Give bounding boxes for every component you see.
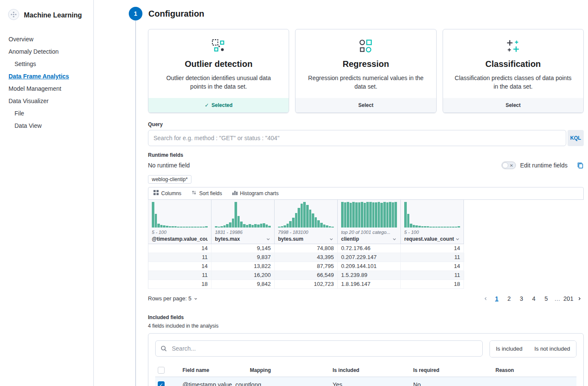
pagination-page-4[interactable]: 4 bbox=[528, 293, 539, 304]
sort-fields-button[interactable]: Sort fields bbox=[191, 190, 222, 196]
row-checkbox-cell: ✓ bbox=[155, 381, 182, 386]
grid-cell: 11 bbox=[401, 271, 464, 280]
reason-header: Reason bbox=[495, 367, 576, 373]
grid-cell: 9,145 bbox=[211, 244, 275, 253]
regression-card[interactable]: Regression Regression predicts numerical… bbox=[295, 29, 436, 113]
sidebar-item-settings[interactable]: Settings bbox=[0, 58, 93, 69]
chevron-down-icon bbox=[455, 236, 460, 242]
sidebar-item-data-view[interactable]: Data View bbox=[0, 120, 93, 131]
data-grid: 5 - 100 @timestamp.value_cou 1831 - 1998… bbox=[148, 200, 464, 289]
histogram-charts-button[interactable]: Histogram charts bbox=[232, 190, 279, 196]
column-name-button[interactable]: clientip bbox=[341, 236, 397, 242]
grid-cell: 87,795 bbox=[275, 262, 338, 271]
mapping-cell: long bbox=[250, 381, 333, 386]
grid-cell: 43,395 bbox=[275, 253, 338, 262]
pagination-page-2[interactable]: 2 bbox=[504, 293, 515, 304]
query-label: Query bbox=[148, 121, 584, 127]
query-input[interactable] bbox=[148, 130, 566, 146]
search-icon bbox=[160, 345, 167, 353]
field-name-cell: @timestamp.value_count bbox=[182, 381, 250, 386]
chevron-down-icon bbox=[329, 236, 334, 242]
columns-button-label: Columns bbox=[161, 190, 181, 196]
main-content: 1 Configuration Outlier dete bbox=[94, 0, 588, 386]
classification-card[interactable]: Classification Classification predicts c… bbox=[443, 29, 584, 113]
sidebar-item-data-visualizer[interactable]: Data Visualizer bbox=[0, 95, 93, 107]
columns-button[interactable]: Columns bbox=[154, 190, 181, 196]
card-title: Regression bbox=[306, 59, 426, 69]
outlier-detection-card[interactable]: Outlier detection Outlier detection iden… bbox=[148, 29, 289, 113]
pagination-page-3[interactable]: 3 bbox=[516, 293, 527, 304]
included-fields-panel: Is included Is not included Field name M… bbox=[148, 333, 584, 386]
outlier-detection-select-button[interactable]: ✓ Selected bbox=[148, 98, 289, 112]
sidebar-item-file[interactable]: File bbox=[0, 108, 93, 119]
columns-icon bbox=[154, 190, 159, 196]
search-input[interactable] bbox=[155, 340, 483, 357]
sidebar-item-data-frame-analytics[interactable]: Data Frame Analytics bbox=[0, 71, 93, 82]
card-footer-label: Select bbox=[358, 102, 373, 108]
sidebar-nav: Overview Anomaly Detection Settings Data… bbox=[0, 34, 93, 133]
histogram-chart bbox=[404, 202, 460, 228]
sidebar-item-overview[interactable]: Overview bbox=[0, 34, 93, 45]
grid-cell: 1.8.196.147 bbox=[338, 280, 401, 289]
edit-runtime-fields-toggle-label[interactable]: Edit runtime fields bbox=[520, 162, 568, 169]
classification-select-button[interactable]: Select bbox=[443, 98, 583, 112]
table-row: 14 13,822 87,795 0.209.144.101 14 bbox=[148, 262, 464, 271]
toggle-off-cross-icon: ✕ bbox=[510, 162, 513, 169]
index-pattern-badge: weblog-clientip* bbox=[148, 175, 191, 184]
column-name-button[interactable]: bytes.max bbox=[215, 236, 271, 242]
pagination-page-201[interactable]: 201 bbox=[563, 293, 574, 304]
card-title: Outlier detection bbox=[159, 59, 278, 69]
column-range-label: top 20 of 1001 catego... bbox=[341, 230, 397, 235]
grid-cell: 18 bbox=[148, 280, 211, 289]
card-title: Classification bbox=[453, 59, 573, 69]
column-name-label: clientip bbox=[341, 236, 359, 242]
fields-table-header: Field name Mapping Is included Is requir… bbox=[155, 364, 576, 377]
chevron-right-icon bbox=[577, 296, 582, 301]
sidebar-header: Machine Learning bbox=[0, 9, 93, 22]
column-range-label: 1831 - 19986 bbox=[215, 230, 271, 235]
is-included-header: Is included bbox=[333, 367, 413, 373]
is-required-header: Is required bbox=[413, 367, 495, 373]
pagination-page-5[interactable]: 5 bbox=[541, 293, 552, 304]
pagination: 1 2 3 4 5 … 201 bbox=[481, 293, 584, 304]
runtime-fields-empty-message: No runtime field bbox=[148, 162, 190, 169]
sidebar-item-model-management[interactable]: Model Management bbox=[0, 83, 93, 94]
table-row: ✓ @timestamp.value_count long Yes No bbox=[155, 377, 576, 386]
table-row: 11 16,200 66,549 1.5.239.89 11 bbox=[148, 271, 464, 280]
regression-select-button[interactable]: Select bbox=[295, 98, 436, 112]
query-row: KQL bbox=[148, 130, 584, 146]
is-included-filter-button[interactable]: Is included bbox=[490, 341, 528, 357]
classification-card-content: Classification Classification predicts c… bbox=[443, 29, 583, 98]
copy-icon[interactable] bbox=[577, 162, 584, 169]
column-header-bytes-sum: 7998 - 183100 bytes.sum bbox=[275, 200, 338, 244]
included-fields-search-row: Is included Is not included bbox=[155, 340, 576, 357]
sidebar-item-anomaly-detection[interactable]: Anomaly Detection bbox=[0, 46, 93, 57]
column-name-button[interactable]: bytes.sum bbox=[278, 236, 334, 242]
included-fields-label: Included fields bbox=[148, 314, 584, 320]
table-row: 14 9,145 74,808 0.72.176.46 14 bbox=[148, 244, 464, 253]
rows-per-page-button[interactable]: Rows per page: 5 bbox=[148, 295, 198, 302]
column-range-label: 5 - 100 bbox=[152, 230, 208, 235]
row-checkbox[interactable]: ✓ bbox=[158, 381, 165, 386]
is-required-cell: No bbox=[413, 381, 495, 386]
query-language-button[interactable]: KQL bbox=[568, 130, 584, 146]
column-name-button[interactable]: @timestamp.value_cou bbox=[152, 236, 208, 242]
sort-fields-button-label: Sort fields bbox=[199, 190, 222, 196]
pagination-next-button[interactable] bbox=[575, 294, 584, 303]
pagination-page-1[interactable]: 1 bbox=[491, 293, 502, 304]
pagination-prev-button[interactable] bbox=[481, 294, 490, 303]
classification-icon bbox=[453, 38, 573, 54]
edit-runtime-fields-toggle[interactable]: ✕ bbox=[501, 161, 516, 169]
column-name-label: request.value_count bbox=[404, 236, 454, 242]
is-not-included-filter-button[interactable]: Is not included bbox=[528, 341, 576, 357]
grid-cell: 18 bbox=[401, 280, 464, 289]
runtime-fields-section: Runtime fields No runtime field ✕ Edit r… bbox=[148, 152, 584, 169]
column-name-button[interactable]: request.value_count bbox=[404, 236, 460, 242]
histogram-chart bbox=[278, 202, 334, 228]
grid-cell: 11 bbox=[148, 253, 211, 262]
included-fields-section: Included fields 4 fields included in the… bbox=[148, 314, 584, 386]
card-footer-label: Select bbox=[506, 102, 521, 108]
select-all-checkbox[interactable] bbox=[158, 367, 165, 374]
data-grid-header: 5 - 100 @timestamp.value_cou 1831 - 1998… bbox=[148, 200, 464, 244]
app-title: Machine Learning bbox=[24, 12, 82, 19]
